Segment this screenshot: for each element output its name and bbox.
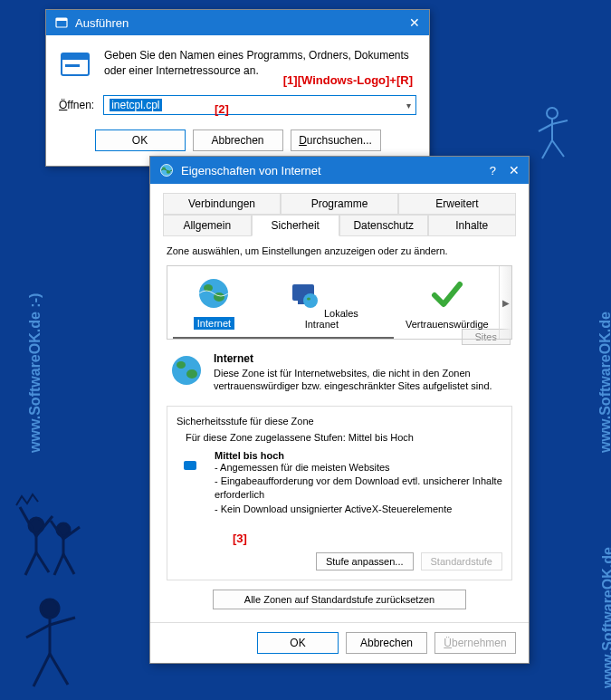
watermark-left: www.SoftwareOK.de :-) xyxy=(27,293,43,453)
zone-selector: Internet Lokales Intranet Vertrauenswürd… xyxy=(167,265,512,340)
globe-icon xyxy=(159,163,174,177)
adjust-level-button[interactable]: Stufe anpassen... xyxy=(316,552,414,571)
tabs: Verbindungen Programme Erweitert Allgeme… xyxy=(163,193,516,236)
tab-programme[interactable]: Programme xyxy=(281,193,398,215)
svg-line-10 xyxy=(25,552,36,575)
tab-allgemein[interactable]: Allgemein xyxy=(163,215,252,236)
default-level-button: Standardstufe xyxy=(421,552,503,571)
help-icon[interactable]: ? xyxy=(490,164,496,177)
open-label: Öffnen: xyxy=(59,99,94,111)
zone-intranet[interactable]: Lokales Intranet xyxy=(270,277,374,330)
ok-button[interactable]: OK xyxy=(95,129,186,151)
reset-all-zones-button[interactable]: Alle Zonen auf Standardstufe zurücksetze… xyxy=(213,590,466,609)
svg-point-38 xyxy=(307,298,310,301)
zone-trusted[interactable]: Vertrauenswürdige xyxy=(390,277,504,330)
scroll-right-icon[interactable]: ▶ xyxy=(499,266,511,339)
svg-line-21 xyxy=(50,618,75,625)
chevron-down-icon[interactable]: ▾ xyxy=(406,101,411,110)
svg-line-22 xyxy=(33,654,50,686)
run-dialog: Ausführen ✕ Geben Sie den Namen eines Pr… xyxy=(45,9,430,167)
svg-point-37 xyxy=(303,293,318,308)
annotation-1: [1][Windows-Logo]+[R] xyxy=(283,73,413,87)
allowed-levels: Für diese Zone zugelassene Stufen: Mitte… xyxy=(186,432,502,443)
svg-point-31 xyxy=(167,170,170,174)
selected-zone-desc: Diese Zone ist für Internetwebsites, die… xyxy=(214,367,511,393)
run-titlebar[interactable]: Ausführen ✕ xyxy=(46,10,429,35)
svg-point-41 xyxy=(186,369,197,379)
stick-figure-icon xyxy=(14,589,86,697)
security-level-title: Sicherheitsstufe für diese Zone xyxy=(177,416,502,427)
svg-line-11 xyxy=(36,552,49,572)
tab-sicherheit[interactable]: Sicherheit xyxy=(252,215,340,236)
tab-erweitert[interactable]: Erweitert xyxy=(398,193,516,215)
svg-point-0 xyxy=(547,108,558,119)
run-icon xyxy=(59,48,91,81)
cancel-button[interactable]: Abbrechen xyxy=(193,129,283,151)
watermark-bottom: www.SoftwareOK.de :-) xyxy=(600,547,611,688)
cancel-button[interactable]: Abbrechen xyxy=(346,632,427,654)
svg-rect-25 xyxy=(56,18,67,21)
stick-figure-icon xyxy=(9,489,91,580)
dialog-footer: OK Abbrechen Übernehmen xyxy=(150,622,529,663)
stick-figure-icon xyxy=(530,104,575,168)
inet-title-text: Eigenschaften von Internet xyxy=(181,164,321,177)
svg-point-34 xyxy=(214,292,224,302)
svg-rect-27 xyxy=(62,53,89,60)
svg-line-4 xyxy=(542,140,552,158)
close-icon[interactable]: ✕ xyxy=(509,163,520,177)
level-bullet: - Angemessen für die meisten Websites xyxy=(215,461,502,475)
level-bullet: - Eingabeaufforderung vor dem Download e… xyxy=(215,475,502,503)
zone-internet[interactable]: Internet xyxy=(175,275,253,330)
svg-point-18 xyxy=(41,599,59,618)
svg-point-39 xyxy=(172,356,201,385)
annotation-2: [2] xyxy=(215,102,229,116)
annotation-3: [3] xyxy=(233,532,247,545)
security-slider[interactable] xyxy=(177,450,204,517)
level-name: Mittel bis hoch xyxy=(215,450,502,461)
watermark-right: www.SoftwareOK.de :-) xyxy=(597,312,611,453)
close-icon[interactable]: ✕ xyxy=(409,15,420,30)
run-titlebar-icon xyxy=(55,16,68,29)
svg-line-17 xyxy=(63,554,74,574)
apply-button: Übernehmen xyxy=(434,632,516,654)
svg-rect-28 xyxy=(65,64,80,67)
tab-inhalte[interactable]: Inhalte xyxy=(428,215,517,236)
selected-zone-title: Internet xyxy=(214,352,511,365)
zone-label: Internet xyxy=(194,317,234,330)
tab-datenschutz[interactable]: Datenschutz xyxy=(339,215,428,236)
level-bullet: - Kein Download unsignierter ActiveX-Ste… xyxy=(215,503,502,516)
svg-line-23 xyxy=(50,654,68,685)
svg-line-5 xyxy=(552,140,564,157)
run-title-text: Ausführen xyxy=(75,16,129,30)
svg-line-3 xyxy=(552,120,568,124)
browse-button[interactable]: Durchsuchen... xyxy=(291,129,381,151)
monitor-globe-icon xyxy=(285,277,321,313)
security-level-box: Sicherheitsstufe für diese Zone Für dies… xyxy=(167,406,512,581)
internet-properties-dialog: Eigenschaften von Internet ? ✕ Verbindun… xyxy=(149,156,530,664)
svg-line-20 xyxy=(26,625,50,638)
globe-icon xyxy=(196,275,232,312)
svg-point-30 xyxy=(162,168,166,170)
inet-titlebar[interactable]: Eigenschaften von Internet ? ✕ xyxy=(150,157,529,184)
zone-description: Zone auswählen, um Einstellungen anzuzei… xyxy=(167,245,512,256)
zone-label: Vertrauenswürdige xyxy=(406,319,489,330)
tab-verbindungen[interactable]: Verbindungen xyxy=(163,193,281,215)
svg-line-2 xyxy=(539,124,552,131)
globe-icon xyxy=(168,352,205,388)
checkmark-icon xyxy=(429,277,465,313)
ok-button[interactable]: OK xyxy=(257,632,339,654)
svg-line-16 xyxy=(54,554,63,575)
svg-point-40 xyxy=(177,361,186,369)
run-input[interactable]: inetcpl.cpl xyxy=(103,95,416,115)
